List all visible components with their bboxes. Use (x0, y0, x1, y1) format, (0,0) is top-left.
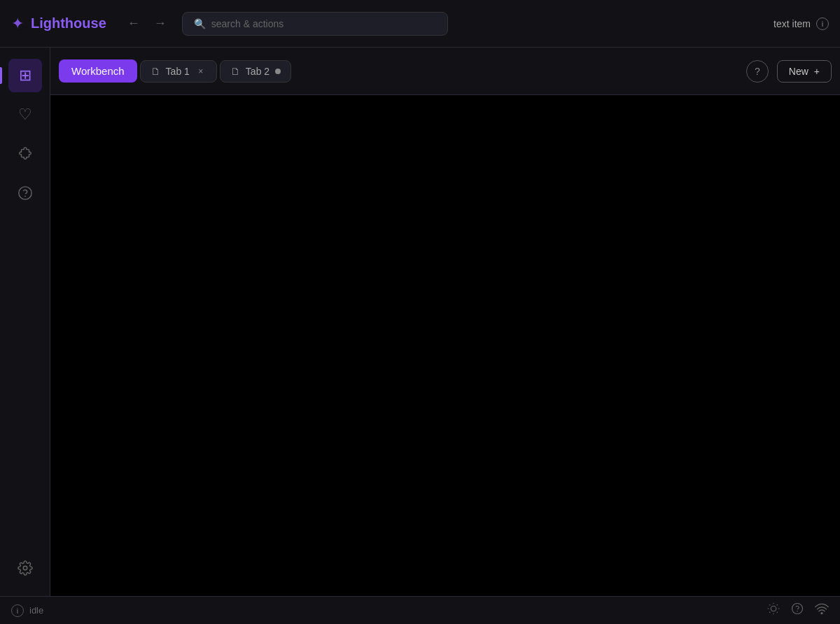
tab2-unsaved-dot (275, 69, 281, 74)
svg-point-14 (821, 613, 822, 614)
search-icon: 🔍 (194, 18, 206, 29)
status-help-icon[interactable] (791, 602, 804, 618)
search-placeholder-text: search & actions (211, 18, 284, 29)
tab-help-button[interactable]: ? (746, 60, 769, 83)
nav-forward-button[interactable]: → (150, 13, 171, 34)
new-button-plus-icon: + (814, 66, 820, 77)
text-item-area: text item i (774, 17, 829, 30)
tab2-doc-icon: 🗋 (230, 66, 240, 77)
tab-bar: Workbench 🗋 Tab 1 × 🗋 Tab 2 ? New + (50, 48, 840, 95)
info-symbol: i (822, 20, 823, 28)
sidebar-item-favorites[interactable]: ♡ (8, 98, 42, 132)
sidebar: ⊞ ♡ (0, 48, 50, 596)
sidebar-item-settings[interactable] (8, 551, 42, 585)
tab-1[interactable]: 🗋 Tab 1 × (140, 60, 217, 83)
status-icons-area (767, 602, 829, 618)
svg-point-2 (23, 566, 27, 570)
bulb-icon[interactable] (767, 602, 780, 618)
workspace-canvas[interactable] (50, 95, 840, 596)
svg-point-3 (771, 606, 776, 611)
content-area: Workbench 🗋 Tab 1 × 🗋 Tab 2 ? New + (50, 48, 840, 596)
main-area: ⊞ ♡ Workbenc (0, 48, 840, 596)
nav-back-button[interactable]: ← (123, 13, 144, 34)
top-nav-bar: ✦ Lighthouse ← → 🔍 search & actions text… (0, 0, 840, 48)
sidebar-item-workbench[interactable]: ⊞ (8, 59, 42, 92)
tab2-label: Tab 2 (246, 66, 270, 77)
logo-star-icon: ✦ (11, 15, 24, 33)
status-text: idle (29, 605, 43, 616)
new-button-label: New (789, 66, 808, 77)
svg-line-6 (769, 604, 770, 605)
new-button[interactable]: New + (777, 60, 832, 83)
logo-area: ✦ Lighthouse (11, 15, 106, 33)
sidebar-item-help[interactable] (8, 176, 42, 210)
tab-2[interactable]: 🗋 Tab 2 (220, 60, 291, 83)
text-item-info-icon[interactable]: i (816, 17, 829, 30)
question-icon (18, 185, 33, 201)
sidebar-item-plugins[interactable] (8, 137, 42, 171)
puzzle-icon (18, 146, 33, 162)
heart-icon: ♡ (18, 106, 32, 124)
status-info-symbol: i (17, 607, 18, 615)
svg-point-12 (792, 604, 803, 614)
status-bar: i idle (0, 596, 840, 624)
tab-workbench[interactable]: Workbench (59, 59, 137, 83)
tab1-close-button[interactable]: × (195, 66, 206, 77)
svg-line-11 (777, 604, 778, 605)
grid-icon: ⊞ (19, 66, 31, 85)
svg-line-10 (769, 612, 770, 613)
status-info-icon[interactable]: i (11, 604, 24, 617)
text-item-label: text item (774, 18, 811, 29)
help-question-icon: ? (755, 66, 760, 77)
app-logo-text: Lighthouse (31, 15, 106, 31)
tab1-doc-icon: 🗋 (150, 66, 160, 77)
svg-line-7 (777, 612, 778, 613)
tab1-label: Tab 1 (166, 66, 190, 77)
settings-icon (18, 560, 33, 576)
svg-point-0 (18, 187, 31, 199)
workbench-label: Workbench (71, 65, 125, 77)
nav-arrows: ← → (123, 13, 171, 34)
wifi-icon[interactable] (815, 602, 829, 618)
search-bar[interactable]: 🔍 search & actions (182, 12, 448, 36)
